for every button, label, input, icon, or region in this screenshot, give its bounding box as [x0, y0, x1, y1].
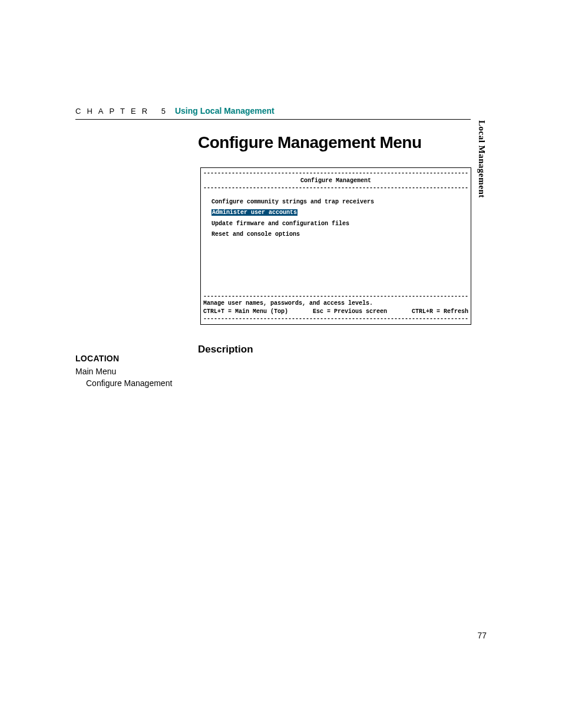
terminal-rule: ----------------------------------------… — [203, 185, 468, 192]
chapter-label: CHAPTER 5 — [75, 107, 171, 116]
page-number: 77 — [477, 631, 487, 640]
terminal-rule: ----------------------------------------… — [203, 170, 468, 177]
chapter-title: Using Local Management — [175, 106, 275, 116]
footer-center: Esc = Previous screen — [313, 308, 387, 315]
running-header: CHAPTER 5 Using Local Management — [75, 106, 471, 120]
footer-left: CTRL+T = Main Menu (Top) — [203, 308, 288, 315]
terminal-status: Manage user names, passwords, and access… — [203, 299, 468, 308]
menu-item: Update firmware and configuration files — [211, 220, 468, 228]
terminal-spacer — [203, 246, 468, 293]
page-title: Configure Management Menu — [198, 133, 422, 152]
location-path-level-2: Configure Management — [86, 378, 193, 388]
terminal-rule: ----------------------------------------… — [203, 293, 468, 300]
terminal-screenshot: ----------------------------------------… — [200, 167, 471, 325]
terminal-rule: ----------------------------------------… — [203, 315, 468, 322]
menu-item-selected: Administer user accounts — [211, 209, 468, 216]
footer-right: CTRL+R = Refresh — [412, 308, 468, 315]
menu-item: Reset and console options — [211, 231, 468, 238]
menu-item-selected-text: Administer user accounts — [211, 209, 297, 216]
location-path-level-1: Main Menu — [75, 367, 193, 376]
terminal-menu: Configure community strings and trap rec… — [203, 192, 468, 246]
location-heading: LOCATION — [75, 354, 193, 363]
description-heading: Description — [198, 344, 253, 355]
terminal-footer: CTRL+T = Main Menu (Top) Esc = Previous … — [203, 308, 468, 316]
document-page: CHAPTER 5 Using Local Management Local M… — [0, 0, 562, 728]
location-block: LOCATION Main Menu Configure Management — [75, 354, 193, 388]
side-tab: Local Management — [477, 120, 487, 198]
terminal-title: Configure Management — [203, 177, 468, 185]
menu-item: Configure community strings and trap rec… — [211, 199, 468, 206]
